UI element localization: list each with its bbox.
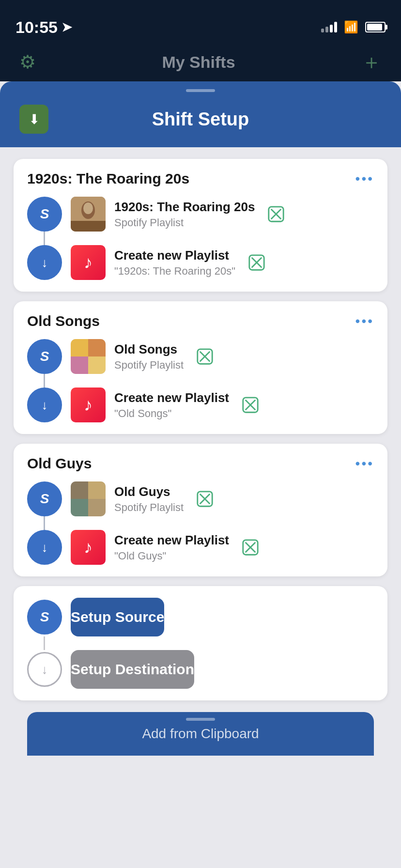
- bottom-bar-handle: [186, 718, 215, 721]
- spotify-s-label-2: S: [40, 349, 49, 364]
- spotify-source-icon-1: S: [27, 197, 62, 232]
- setup-dest-icon: ↓: [27, 652, 62, 687]
- source-name-3: Old Guys: [114, 484, 184, 499]
- setup-spotify-s: S: [40, 609, 49, 625]
- connector-2: S Old Songs Spotify Playlist: [27, 339, 374, 422]
- source-info-1: 1920s: The Roaring 20s Spotify Playlist: [114, 200, 255, 229]
- dest-info-2: Create new Playlist "Old Songs": [114, 390, 229, 420]
- apple-music-icon-2: ♪: [71, 388, 106, 422]
- edit-dest-2[interactable]: [238, 392, 263, 418]
- setup-dest-row: ↓ Setup Destination: [27, 650, 194, 689]
- status-bar: 10:55 ➤ 📶: [0, 0, 401, 43]
- spotify-s-label-3: S: [40, 491, 49, 507]
- bg-nav-title: My Shifts: [162, 53, 235, 72]
- source-info-2: Old Songs Spotify Playlist: [114, 342, 184, 372]
- signal-bar-4: [334, 22, 337, 32]
- playlist-artwork-1: [71, 197, 106, 232]
- source-name-1: 1920s: The Roaring 20s: [114, 200, 255, 215]
- dest-name-2: Create new Playlist: [114, 390, 229, 405]
- edit-source-2[interactable]: [192, 344, 217, 369]
- plus-icon: ＋: [361, 48, 382, 76]
- dest-icon-2: ↓: [27, 388, 62, 422]
- dest-icon-1: ↓: [27, 245, 62, 280]
- apple-music-icon-1: ♪: [71, 245, 106, 280]
- dest-subtitle-1: "1920s: The Roaring 20s": [114, 265, 235, 278]
- card-header-2: Old Songs •••: [27, 313, 374, 329]
- svg-rect-3: [71, 221, 106, 232]
- apple-music-icon-3: ♪: [71, 530, 106, 565]
- page-title: Shift Setup: [48, 109, 353, 130]
- card-header-1: 1920s: The Roaring 20s •••: [27, 170, 374, 187]
- signal-bar-2: [325, 27, 328, 32]
- down-arrow-3: ↓: [42, 540, 48, 555]
- setup-spotify-icon: S: [27, 600, 62, 635]
- sheet-handle: [186, 89, 215, 92]
- setup-source-button[interactable]: Setup Source: [71, 598, 164, 636]
- source-row-1: S 1920s: The Roaring 20s Spotify Playlis…: [27, 197, 289, 232]
- status-time: 10:55 ➤: [15, 18, 72, 37]
- connector-1: S 1920s: The Roaring 20s Spotify Playlis…: [27, 197, 374, 280]
- add-from-clipboard-label: Add from Clipboard: [142, 726, 259, 742]
- source-type-3: Spotify Playlist: [114, 501, 184, 514]
- dest-icon-3: ↓: [27, 530, 62, 565]
- more-menu-1[interactable]: •••: [355, 171, 374, 186]
- setup-v-connector: [44, 636, 45, 650]
- source-type-1: Spotify Playlist: [114, 217, 255, 229]
- setup-destination-button[interactable]: Setup Destination: [71, 650, 194, 689]
- more-menu-3[interactable]: •••: [355, 456, 374, 471]
- dest-subtitle-2: "Old Songs": [114, 407, 229, 420]
- location-icon: ➤: [62, 20, 72, 35]
- edit-source-1[interactable]: [263, 202, 289, 227]
- v-connector-2: [44, 374, 45, 388]
- playlist-artwork-2: [71, 339, 106, 374]
- down-arrow-2: ↓: [42, 398, 48, 413]
- music-note-1: ♪: [84, 252, 93, 273]
- status-icons: 📶: [321, 20, 386, 34]
- music-note-2: ♪: [84, 395, 93, 415]
- download-button[interactable]: ⬇: [19, 105, 48, 134]
- time-display: 10:55: [15, 18, 58, 37]
- edit-dest-3[interactable]: [238, 535, 263, 560]
- signal-bar-3: [330, 25, 333, 32]
- edit-source-3[interactable]: [192, 486, 217, 512]
- source-info-3: Old Guys Spotify Playlist: [114, 484, 184, 514]
- sheet-handle-area: [0, 81, 401, 98]
- signal-bar-1: [321, 29, 324, 32]
- spotify-s-label: S: [40, 206, 49, 222]
- source-name-2: Old Songs: [114, 342, 184, 357]
- background-nav: ⚙ My Shifts ＋: [0, 43, 401, 81]
- shift-card-1: 1920s: The Roaring 20s ••• S: [14, 159, 387, 292]
- signal-icon: [321, 22, 337, 32]
- card-title-1: 1920s: The Roaring 20s: [27, 170, 189, 187]
- setup-connector: S Setup Source ↓ Setup Destination: [27, 598, 374, 689]
- setup-card: S Setup Source ↓ Setup Destination: [14, 586, 387, 700]
- dest-subtitle-3: "Old Guys": [114, 550, 229, 562]
- dest-name-3: Create new Playlist: [114, 533, 229, 548]
- dest-row-3: ↓ ♪ Create new Playlist "Old Guys": [27, 530, 263, 565]
- main-sheet: ⬇ Shift Setup 1920s: The Roaring 20s •••…: [0, 81, 401, 868]
- more-menu-2[interactable]: •••: [355, 313, 374, 329]
- dest-row-1: ↓ ♪ Create new Playlist "1920s: The Roar…: [27, 245, 269, 280]
- connector-3: S Old Guys Spotify Playlist: [27, 481, 374, 565]
- v-connector-3: [44, 516, 45, 530]
- playlist-artwork-3: [71, 481, 106, 516]
- source-row-3: S Old Guys Spotify Playlist: [27, 481, 217, 516]
- dest-info-3: Create new Playlist "Old Guys": [114, 533, 229, 562]
- dest-name-1: Create new Playlist: [114, 248, 235, 263]
- spotify-source-icon-2: S: [27, 339, 62, 374]
- bottom-bar-wrapper: Add from Clipboard: [0, 712, 401, 756]
- content-area: 1920s: The Roaring 20s ••• S: [0, 147, 401, 712]
- download-icon: ⬇: [29, 111, 40, 127]
- edit-dest-1[interactable]: [244, 250, 269, 275]
- v-connector-1: [44, 232, 45, 245]
- battery-fill: [367, 24, 382, 31]
- bottom-bar[interactable]: Add from Clipboard: [27, 712, 374, 756]
- header: ⬇ Shift Setup: [0, 98, 401, 147]
- gear-icon: ⚙: [19, 51, 36, 73]
- shift-card-2: Old Songs ••• S Old Songs: [14, 301, 387, 434]
- shift-card-3: Old Guys ••• S Old Guys S: [14, 444, 387, 576]
- dest-info-1: Create new Playlist "1920s: The Roaring …: [114, 248, 235, 278]
- setup-source-row: S Setup Source: [27, 598, 164, 636]
- wifi-icon: 📶: [344, 20, 358, 34]
- source-type-2: Spotify Playlist: [114, 359, 184, 372]
